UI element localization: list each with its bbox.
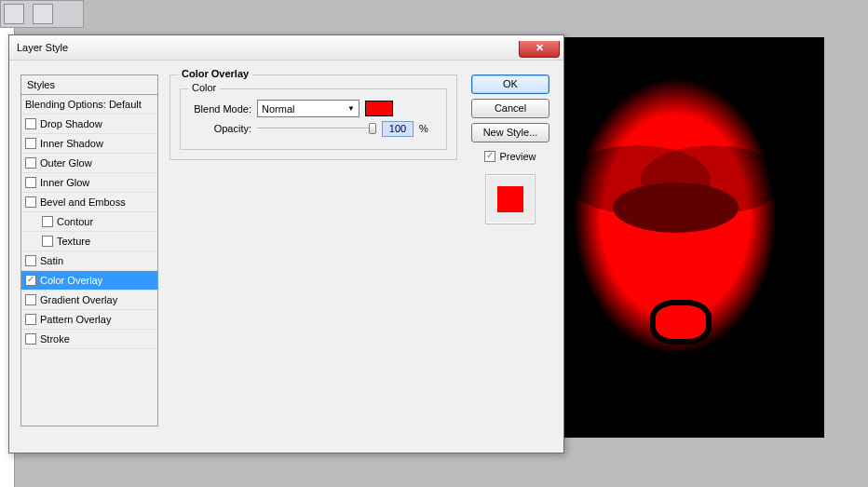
chevron-down-icon: ▼ bbox=[347, 104, 355, 113]
style-item-bevel-emboss[interactable]: Bevel and Emboss bbox=[21, 193, 157, 212]
ok-button[interactable]: OK bbox=[471, 74, 549, 94]
style-label: Stroke bbox=[40, 333, 70, 345]
style-label: Blending Options: Default bbox=[25, 99, 142, 110]
checkbox[interactable] bbox=[25, 138, 36, 149]
style-item-satin[interactable]: Satin bbox=[21, 251, 157, 271]
preview-checkbox[interactable] bbox=[484, 151, 495, 162]
color-swatch[interactable] bbox=[365, 101, 393, 116]
style-item-inner-glow[interactable]: Inner Glow bbox=[21, 173, 157, 193]
checkbox[interactable] bbox=[25, 177, 36, 188]
style-item-texture[interactable]: Texture bbox=[21, 232, 157, 251]
style-label: Color Overlay bbox=[40, 275, 102, 286]
opacity-unit: % bbox=[419, 123, 428, 134]
slider-thumb[interactable] bbox=[369, 123, 376, 134]
style-label: Gradient Overlay bbox=[40, 294, 117, 305]
layer-style-dialog: Layer Style ✕ Styles Blending Options: D… bbox=[8, 34, 564, 453]
style-item-drop-shadow[interactable]: Drop Shadow bbox=[21, 115, 157, 134]
subgroup-legend: Color bbox=[188, 82, 220, 93]
checkbox[interactable] bbox=[25, 333, 36, 345]
checkbox[interactable] bbox=[25, 275, 36, 286]
tool-icon[interactable] bbox=[4, 4, 24, 24]
group-legend: Color Overlay bbox=[178, 68, 252, 79]
opacity-label: Opacity: bbox=[188, 123, 251, 134]
opacity-input[interactable]: 100 bbox=[382, 121, 414, 137]
styles-header[interactable]: Styles bbox=[20, 74, 158, 95]
style-item-gradient-overlay[interactable]: Gradient Overlay bbox=[21, 291, 157, 310]
styles-panel: Styles Blending Options: Default Drop Sh… bbox=[20, 74, 158, 441]
dialog-buttons: OK Cancel New Style... Preview bbox=[468, 74, 552, 441]
checkbox[interactable] bbox=[42, 236, 53, 247]
settings-panel: Color Overlay Color Blend Mode: Normal ▼… bbox=[170, 74, 457, 441]
blend-mode-label: Blend Mode: bbox=[188, 103, 251, 115]
style-item-blending-options[interactable]: Blending Options: Default bbox=[21, 95, 157, 115]
checkbox[interactable] bbox=[25, 118, 36, 129]
checkbox[interactable] bbox=[25, 314, 36, 325]
style-label: Contour bbox=[57, 216, 93, 227]
color-subgroup: Color Blend Mode: Normal ▼ Opacity: bbox=[180, 88, 447, 150]
cancel-button[interactable]: Cancel bbox=[471, 99, 549, 118]
style-item-outer-glow[interactable]: Outer Glow bbox=[21, 154, 157, 173]
style-label: Bevel and Emboss bbox=[40, 196, 126, 208]
opacity-slider[interactable] bbox=[257, 120, 376, 137]
close-button[interactable]: ✕ bbox=[519, 41, 560, 58]
styles-list: Blending Options: Default Drop Shadow In… bbox=[20, 95, 158, 426]
checkbox[interactable] bbox=[42, 216, 53, 227]
style-label: Satin bbox=[40, 255, 63, 266]
color-overlay-group: Color Overlay Color Blend Mode: Normal ▼… bbox=[170, 74, 457, 160]
style-label: Texture bbox=[57, 236, 90, 247]
preview-swatch bbox=[497, 186, 523, 212]
preview-swatch-container bbox=[485, 174, 536, 224]
style-label: Pattern Overlay bbox=[40, 314, 111, 325]
checkbox[interactable] bbox=[25, 196, 36, 208]
style-label: Drop Shadow bbox=[40, 118, 102, 129]
style-item-pattern-overlay[interactable]: Pattern Overlay bbox=[21, 310, 157, 330]
image-content bbox=[549, 65, 801, 400]
checkbox[interactable] bbox=[25, 157, 36, 169]
style-item-contour[interactable]: Contour bbox=[21, 212, 157, 232]
style-item-color-overlay[interactable]: Color Overlay bbox=[21, 271, 157, 291]
style-label: Inner Glow bbox=[40, 177, 89, 188]
style-label: Outer Glow bbox=[40, 157, 92, 169]
blend-mode-dropdown[interactable]: Normal ▼ bbox=[257, 100, 359, 117]
blend-mode-value: Normal bbox=[262, 103, 294, 115]
new-style-button[interactable]: New Style... bbox=[471, 123, 549, 142]
checkbox[interactable] bbox=[25, 294, 36, 305]
dialog-title: Layer Style bbox=[17, 42, 68, 53]
checkbox[interactable] bbox=[25, 255, 36, 266]
preview-label: Preview bbox=[499, 151, 536, 162]
dialog-titlebar[interactable]: Layer Style ✕ bbox=[9, 35, 563, 61]
tool-icon[interactable] bbox=[33, 4, 53, 24]
tool-options-strip bbox=[0, 0, 84, 28]
style-item-inner-shadow[interactable]: Inner Shadow bbox=[21, 134, 157, 154]
style-item-stroke[interactable]: Stroke bbox=[21, 330, 157, 349]
close-icon: ✕ bbox=[536, 42, 544, 53]
style-label: Inner Shadow bbox=[40, 138, 103, 149]
